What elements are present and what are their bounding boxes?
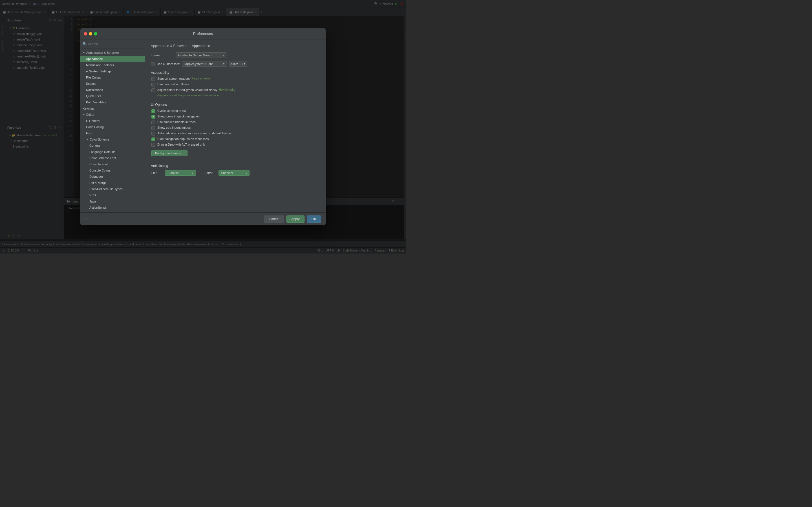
pref-tree-java[interactable]: Java	[80, 198, 145, 205]
font-value: .AppleSystemUIFont	[185, 62, 213, 66]
background-image-button[interactable]: Background Image...	[151, 150, 188, 156]
custom-font-row: Use custom font: .AppleSystemUIFont ▾ Si…	[151, 61, 320, 67]
pref-tree-editor[interactable]: ▼ Editor	[80, 112, 145, 118]
pref-tree-menus-toolbars[interactable]: Menus and Toolbars	[80, 62, 145, 68]
dropdown-arrow-icon: ▾	[246, 172, 247, 175]
minimize-traffic-light[interactable]	[89, 32, 92, 36]
dropdown-arrow-icon: ▾	[192, 172, 193, 175]
adjust-colors-checkbox[interactable]	[151, 89, 155, 92]
tree-guides-checkbox[interactable]	[151, 126, 155, 130]
close-traffic-light[interactable]	[84, 32, 87, 36]
pref-tree-file-colors[interactable]: File Colors	[80, 74, 145, 80]
search-input[interactable]	[88, 42, 143, 46]
ide-antialiasing-label: IDE:	[151, 171, 162, 175]
screen-readers-checkbox[interactable]	[151, 77, 155, 81]
editor-antialiasing-value: Subpixel	[221, 171, 233, 175]
dialog-content-area: Appearance & Behavior › Appearance Theme…	[145, 40, 326, 212]
ok-button[interactable]: OK	[307, 216, 321, 223]
hide-nav-popups-checkbox[interactable]: ✓	[151, 137, 155, 141]
maximize-traffic-light[interactable]	[94, 32, 97, 36]
pref-tree-vcs[interactable]: VCS	[80, 192, 145, 198]
expand-icon: ▶	[86, 70, 88, 73]
cyclic-scrolling-label: Cyclic scrolling in list	[157, 109, 186, 112]
smaller-indents-checkbox[interactable]	[151, 121, 155, 124]
expand-icon: ▼	[86, 138, 89, 141]
ide-antialiasing-value: Subpixel	[167, 171, 179, 175]
adjust-colors-label: Adjust colors for red-green vision defic…	[157, 88, 217, 92]
contrast-scrollbars-checkbox[interactable]	[151, 83, 155, 87]
pref-tree-keymap[interactable]: Keymap	[80, 105, 145, 112]
preferences-breadcrumb: Appearance & Behavior › Appearance	[151, 44, 320, 48]
theme-dropdown[interactable]: Gradianto Nature Green ▾	[175, 52, 226, 58]
expand-icon: ▼	[83, 113, 85, 116]
pref-tree-general[interactable]: ▶ General	[80, 118, 145, 124]
dialog-body: 🔍 ▼ Appearance & Behavior Appearance Men…	[80, 40, 326, 212]
custom-font-checkbox[interactable]	[151, 62, 154, 66]
pref-tree-appearance[interactable]: Appearance	[80, 56, 145, 62]
hide-nav-popups-row: ✓ Hide navigation popups on focus loss	[151, 137, 320, 141]
tree-guides-row: Show tree indent guides	[151, 126, 320, 130]
pref-tree-code-editing[interactable]: Code Editing	[80, 124, 145, 130]
dialog-title-bar: Preferences	[80, 28, 326, 40]
requires-restart-note: Requires restart. For protanopia and deu…	[157, 94, 320, 97]
requires-restart-badge: Requires restart	[192, 77, 211, 80]
contrast-scrollbars-label: Use contrast scrollbars	[157, 82, 189, 86]
cyclic-scrolling-checkbox[interactable]: ✓	[151, 109, 155, 113]
pref-tree-debugger[interactable]: Debugger	[80, 173, 145, 180]
hide-nav-popups-label: Hide navigation popups on focus loss	[157, 137, 209, 140]
editor-antialiasing-dropdown[interactable]: Subpixel ▾	[218, 170, 250, 176]
apply-button[interactable]: Apply	[287, 216, 305, 223]
help-icon[interactable]: ?	[85, 217, 87, 221]
breadcrumb-current: Appearance	[192, 44, 210, 48]
ide-container: MassFileRenamer > src > UnitTests 🔍 Unit…	[0, 0, 406, 253]
drag-drop-checkbox[interactable]	[151, 143, 155, 147]
pref-tree-language-defaults[interactable]: Language Defaults	[80, 149, 145, 155]
pref-tree-color-scheme[interactable]: ▼ Color Scheme	[80, 136, 145, 143]
screen-readers-label: Support screen readers	[157, 77, 190, 80]
editor-antialiasing-label: Editor:	[204, 171, 216, 175]
pref-tree-path-variables[interactable]: Path Variables	[80, 99, 145, 105]
size-dropdown[interactable]: Size: 13 ▾	[229, 61, 248, 67]
pref-tree-console-font[interactable]: Console Font	[80, 161, 145, 167]
show-icons-checkbox[interactable]: ✓	[151, 115, 155, 119]
pref-tree-cs-general[interactable]: General	[80, 143, 145, 149]
preferences-dialog: Preferences 🔍 ▼ Appearance & Behavior Ap…	[80, 28, 326, 225]
drag-drop-label: Drag-n-Drop with ALT pressed only	[157, 143, 206, 146]
auto-mouse-label: Automatically position mouse cursor on d…	[157, 131, 231, 135]
preferences-tree-panel: 🔍 ▼ Appearance & Behavior Appearance Men…	[80, 40, 145, 212]
search-bar: 🔍	[80, 40, 145, 48]
pref-tree-notifications[interactable]: Notifications	[80, 87, 145, 93]
size-value: 13	[239, 62, 243, 66]
theme-value: Gradianto Nature Green	[178, 54, 211, 57]
dialog-title: Preferences	[193, 32, 213, 36]
pref-tree-actionscript[interactable]: ActionScript	[80, 205, 145, 211]
pref-tree-font[interactable]: Font	[80, 130, 145, 136]
accessibility-section-title: Accessibility	[151, 71, 320, 75]
pref-tree-diff-merge[interactable]: Diff & Merge	[80, 180, 145, 186]
antialiasing-section-title: Antialiasing	[151, 164, 320, 168]
expand-icon: ▶	[86, 119, 88, 122]
pref-tree-color-scheme-font[interactable]: Color Scheme Font	[80, 155, 145, 161]
font-dropdown[interactable]: .AppleSystemUIFont ▾	[182, 61, 227, 67]
smaller-indents-label: Use smaller indents in trees	[157, 120, 196, 124]
pref-tree-scopes[interactable]: Scopes	[80, 80, 145, 87]
pref-tree-appearance-behavior[interactable]: ▼ Appearance & Behavior	[80, 50, 145, 56]
tree-guides-label: Show tree indent guides	[157, 126, 191, 129]
pref-tree-user-defined[interactable]: User-Defined File Types	[80, 186, 145, 192]
show-icons-label: Show icons in quick navigation	[157, 115, 200, 118]
pref-tree-system-settings[interactable]: ▶ System Settings	[80, 68, 145, 74]
expand-icon: ▼	[83, 51, 85, 54]
adjust-colors-row: Adjust colors for red-green vision defic…	[151, 88, 320, 92]
pref-tree-console-colors[interactable]: Console Colors	[80, 167, 145, 173]
cancel-button[interactable]: Cancel	[264, 216, 284, 223]
dialog-footer: ? Cancel Apply OK	[80, 212, 326, 225]
auto-mouse-checkbox[interactable]	[151, 132, 155, 135]
ide-antialiasing-dropdown[interactable]: Subpixel ▾	[165, 170, 196, 176]
preferences-content-panel: Appearance & Behavior › Appearance Theme…	[145, 40, 326, 212]
traffic-lights	[84, 32, 97, 36]
pref-tree-quick-lists[interactable]: Quick Lists	[80, 93, 145, 99]
how-it-works-link[interactable]: How it works	[219, 88, 235, 91]
size-label: Size:	[231, 62, 238, 66]
ui-options-section-title: UI Options	[151, 103, 320, 107]
theme-label: Theme:	[151, 54, 173, 57]
